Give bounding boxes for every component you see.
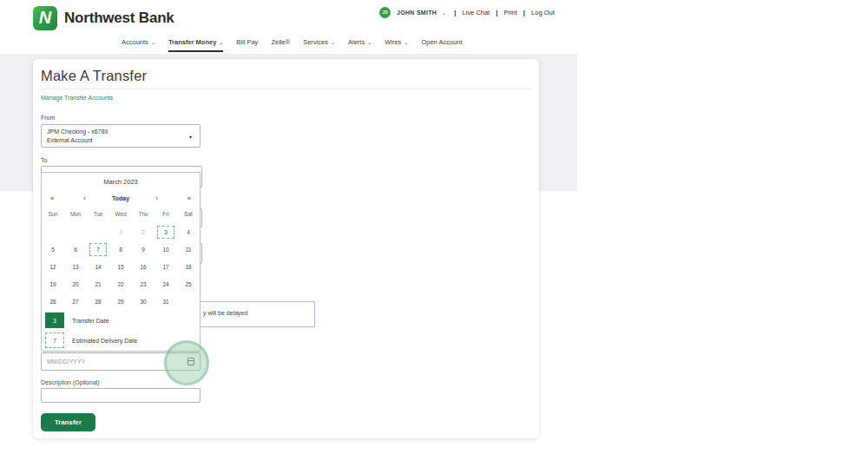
from-account-type: External Account <box>47 136 194 145</box>
avatar[interactable]: JS <box>379 7 391 18</box>
from-account-name: JPM Checking - x6789 <box>47 128 194 136</box>
calendar-day-26[interactable]: 26 <box>42 293 64 310</box>
transfer-date-swatch: 3 <box>45 313 64 328</box>
calendar-day-25[interactable]: 25 <box>177 275 200 293</box>
user-links: |Live Chat|Print|Log Out <box>454 9 555 16</box>
calendar-day-17[interactable]: 17 <box>155 258 177 275</box>
chevron-down-icon: ⌄ <box>151 40 155 45</box>
main-nav: Accounts⌄Transfer Money⌄Bill PayZelle®Se… <box>122 38 463 52</box>
nav-item-services[interactable]: Services⌄ <box>303 38 335 50</box>
calendar-day-empty <box>42 223 64 240</box>
description-label: Description (Optional) <box>41 379 100 385</box>
app-window: N Northwest Bank JS JOHN SMITH ⌄ |Live C… <box>0 0 868 454</box>
header-link-log-out[interactable]: Log Out <box>531 9 555 16</box>
calendar-day-13[interactable]: 13 <box>64 258 87 275</box>
brand-name[interactable]: Northwest Bank <box>64 10 174 27</box>
separator: | <box>496 9 497 16</box>
manage-transfer-accounts-link[interactable]: Manage Transfer Accounts <box>41 95 113 101</box>
calendar-day-10[interactable]: 10 <box>155 240 177 258</box>
calendar-day-16[interactable]: 16 <box>132 258 155 275</box>
day-header-thu: Thu <box>132 211 155 217</box>
calendar-day-15[interactable]: 15 <box>109 258 132 275</box>
calendar-day-24[interactable]: 24 <box>155 275 177 293</box>
legend-label: Estimated Delivery Date <box>72 338 137 344</box>
calendar-day-4[interactable]: 4 <box>177 223 200 240</box>
calendar-day-27[interactable]: 27 <box>64 293 87 310</box>
date-input[interactable] <box>41 352 201 371</box>
divider <box>41 89 531 89</box>
description-input[interactable] <box>41 388 201 403</box>
day-of-week-row: SunMonTueWedThuFriSat <box>42 211 200 217</box>
day-header-wed: Wed <box>109 211 132 217</box>
header-link-print[interactable]: Print <box>503 9 516 16</box>
legend-label: Transfer Date <box>72 318 109 324</box>
calendar-day-empty <box>64 223 87 240</box>
day-header-sat: Sat <box>177 211 200 217</box>
calendar-day-23[interactable]: 23 <box>132 275 155 293</box>
calendar-day-empty <box>177 293 200 310</box>
calendar-day-5[interactable]: 5 <box>42 240 64 258</box>
transfer-button[interactable]: Transfer <box>41 413 95 431</box>
legend-delivery-date: 7 Estimated Delivery Date <box>45 332 137 348</box>
page-title: Make A Transfer <box>41 68 147 84</box>
calendar-day-30[interactable]: 30 <box>132 293 155 310</box>
from-account-select[interactable]: JPM Checking - x6789 External Account ▾ <box>41 124 201 148</box>
nav-item-open-account[interactable]: Open Account <box>421 38 462 50</box>
day-header-fri: Fri <box>155 211 177 217</box>
nav-item-zelle[interactable]: Zelle® <box>271 38 290 50</box>
from-label: From <box>41 115 55 121</box>
marked-day: 7 <box>89 243 107 256</box>
chevron-down-icon: ⌄ <box>331 40 335 45</box>
calendar-month-title: March 2023 <box>42 178 200 186</box>
nav-item-transfer-money[interactable]: Transfer Money⌄ <box>168 38 223 52</box>
calendar-day-21[interactable]: 21 <box>87 275 109 293</box>
calendar-day-20[interactable]: 20 <box>64 275 87 293</box>
nav-item-wires[interactable]: Wires⌄ <box>385 38 408 50</box>
next-month-icon[interactable]: › <box>155 194 158 202</box>
legend-transfer-date: 3 Transfer Date <box>45 313 109 328</box>
calendar-day-6[interactable]: 6 <box>64 240 87 258</box>
day-header-sun: Sun <box>42 211 64 217</box>
separator: | <box>523 9 525 16</box>
delivery-date-swatch: 7 <box>45 332 64 348</box>
calendar-day-7[interactable]: 7 <box>87 240 109 258</box>
next-year-icon[interactable]: » <box>187 194 191 202</box>
calendar-nav: « ‹ Today › » <box>42 192 200 204</box>
separator: | <box>454 9 456 16</box>
transfer-card: Make A Transfer Manage Transfer Accounts… <box>33 59 539 438</box>
calendar-day-28[interactable]: 28 <box>87 293 109 310</box>
calendar-grid: 1234567891011121314151617181920212223242… <box>42 223 200 310</box>
chevron-down-icon: ⌄ <box>404 40 408 45</box>
chevron-down-icon: ⌄ <box>367 40 372 45</box>
nav-item-alerts[interactable]: Alerts⌄ <box>348 38 372 50</box>
calendar-day-19[interactable]: 19 <box>42 275 64 293</box>
marked-day: 3 <box>157 226 174 239</box>
day-header-tue: Tue <box>87 211 109 217</box>
calendar-day-3[interactable]: 3 <box>155 223 177 240</box>
calendar-day-empty <box>87 223 109 240</box>
calendar-day-18[interactable]: 18 <box>177 258 200 275</box>
today-button[interactable]: Today <box>42 195 200 201</box>
calendar-day-31[interactable]: 31 <box>155 293 177 310</box>
user-menu: JS JOHN SMITH ⌄ |Live Chat|Print|Log Out <box>379 7 555 18</box>
calendar-day-14[interactable]: 14 <box>87 258 109 275</box>
calendar-day-12[interactable]: 12 <box>42 258 64 275</box>
nav-item-accounts[interactable]: Accounts⌄ <box>122 38 155 50</box>
bank-logo-icon[interactable]: N <box>33 6 57 30</box>
chevron-down-icon[interactable]: ⌄ <box>442 10 446 16</box>
select-caret-icon: ▾ <box>189 133 192 139</box>
to-label: To <box>41 157 47 163</box>
calendar-icon[interactable] <box>187 357 196 366</box>
calendar-day-29[interactable]: 29 <box>109 293 132 310</box>
chevron-down-icon: ⌄ <box>219 40 223 45</box>
calendar-day-1: 1 <box>109 223 132 240</box>
calendar-day-22[interactable]: 22 <box>109 275 132 293</box>
calendar-day-11[interactable]: 11 <box>177 240 200 258</box>
calendar-day-9[interactable]: 9 <box>132 240 155 258</box>
user-name[interactable]: JOHN SMITH <box>397 10 437 16</box>
header-link-live-chat[interactable]: Live Chat <box>462 9 490 16</box>
header: N Northwest Bank JS JOHN SMITH ⌄ |Live C… <box>0 0 868 54</box>
nav-item-bill-pay[interactable]: Bill Pay <box>236 38 258 50</box>
calendar-day-8[interactable]: 8 <box>109 240 132 258</box>
day-header-mon: Mon <box>64 211 87 217</box>
